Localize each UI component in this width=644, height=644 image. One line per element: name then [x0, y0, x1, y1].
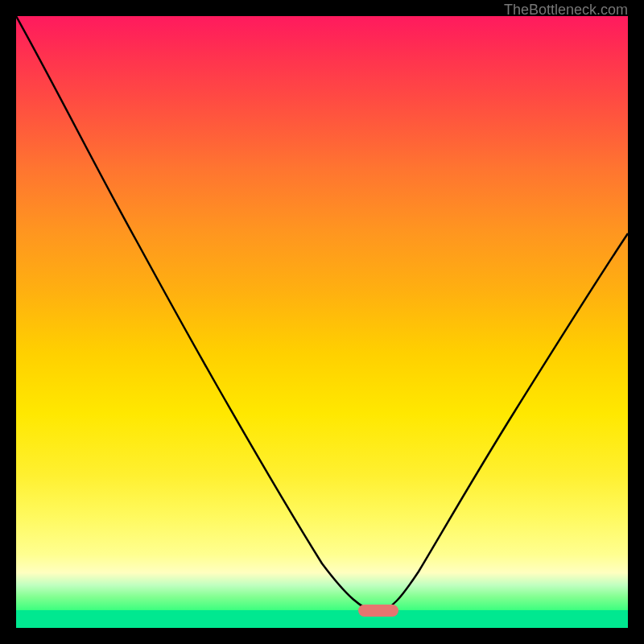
- attribution-label: TheBottleneck.com: [504, 2, 628, 19]
- optimal-range-marker: [358, 605, 398, 617]
- chart-container: TheBottleneck.com: [0, 0, 644, 644]
- bottleneck-curve-path: [16, 16, 628, 612]
- plot-area: [16, 16, 628, 628]
- bottleneck-curve-svg: [16, 16, 628, 628]
